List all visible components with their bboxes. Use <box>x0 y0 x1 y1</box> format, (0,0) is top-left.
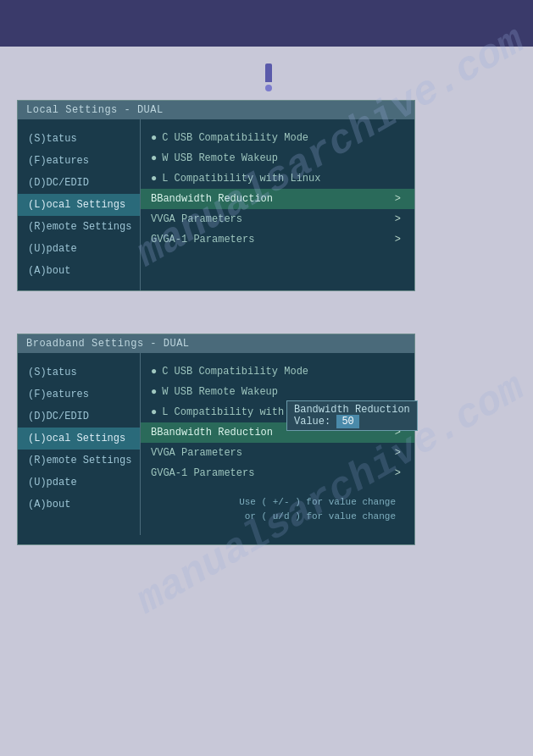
content-row-wakeup: ● W USB Remote Wakeup <box>151 148 404 168</box>
bullet-w: ● <box>151 152 157 164</box>
panel1-sidebar: (S)tatus (F)eatures (D)DC/EDID (L)ocal S… <box>18 119 141 290</box>
p2-sidebar-update[interactable]: (U)pdate <box>18 472 140 494</box>
sidebar-item-features[interactable]: (F)eatures <box>18 150 140 172</box>
tooltip-value-box: 50 <box>336 415 358 428</box>
bandwidth-prefix: B <box>151 193 157 205</box>
bullet-c: ● <box>151 132 157 144</box>
panel1-body: (S)tatus (F)eatures (D)DC/EDID (L)ocal S… <box>18 119 414 290</box>
tooltip-value-label: Value: <box>294 416 330 428</box>
content-row-bandwidth-highlight[interactable]: B Bandwidth Reduction > <box>141 189 414 209</box>
exclamation-icon <box>21 63 516 91</box>
p2-bullet-c: ● <box>151 366 157 378</box>
page-content: Local Settings - DUAL (S)tatus (F)eature… <box>0 47 533 588</box>
p2-vga1-prefix: G <box>151 467 157 479</box>
panel2-sidebar: (S)tatus (F)eatures (D)DC/EDID (L)ocal S… <box>18 353 141 535</box>
content-row-linux: ● L Compatibility with Linux <box>151 168 404 189</box>
content-row-vga[interactable]: V VGA Parameters > <box>151 209 404 229</box>
p2-sidebar-status[interactable]: (S)tatus <box>18 361 140 384</box>
excl-dot <box>265 85 272 91</box>
p2-vga-label: VGA Parameters <box>157 447 242 459</box>
panel1: Local Settings - DUAL (S)tatus (F)eature… <box>17 100 415 291</box>
sidebar-item-update[interactable]: (U)pdate <box>18 238 140 260</box>
p2-sidebar-remote[interactable]: (R)emote Settings <box>18 450 140 472</box>
p2-vga-arrow: > <box>395 447 401 459</box>
vga1-prefix: G <box>151 234 157 246</box>
bandwidth-tooltip: Bandwidth Reduction Value: 50 <box>286 400 418 431</box>
bullet-l: ● <box>151 173 157 185</box>
sidebar-item-about[interactable]: (A)bout <box>18 260 140 282</box>
p2-sidebar-about[interactable]: (A)bout <box>18 494 140 516</box>
p2-row-linux: ● L Compatibility with Linux Bandwidth R… <box>151 402 404 422</box>
p2-vga-prefix: V <box>151 447 157 459</box>
p2-row-vga[interactable]: V VGA Parameters > <box>151 443 404 463</box>
spacer1 <box>17 317 516 334</box>
vga-arrow: > <box>395 213 401 225</box>
panel1-title: Local Settings - DUAL <box>18 101 414 119</box>
panel2-body: (S)tatus (F)eatures (D)DC/EDID (L)ocal S… <box>18 353 414 535</box>
p2-sidebar-ddc[interactable]: (D)DC/EDID <box>18 406 140 428</box>
hint-text: Use ( +/- ) for value change or ( u/d ) … <box>151 490 404 527</box>
p2-vga1-label: VGA-1 Parameters <box>157 467 254 479</box>
panel1-content: ● C USB Compatibility Mode ● W USB Remot… <box>141 119 414 290</box>
sidebar-item-ddc[interactable]: (D)DC/EDID <box>18 172 140 194</box>
sidebar-item-local[interactable]: (L)ocal Settings <box>18 194 140 216</box>
bandwidth-arrow: > <box>395 193 401 205</box>
p2-bandwidth-prefix: B <box>151 427 157 439</box>
vga1-arrow: > <box>395 234 401 246</box>
p2-row-wakeup: ● W USB Remote Wakeup <box>151 382 404 402</box>
panel2: Broadband Settings - DUAL (S)tatus (F)ea… <box>17 334 415 545</box>
sidebar-item-remote[interactable]: (R)emote Settings <box>18 216 140 238</box>
p2-bullet-w: ● <box>151 386 157 398</box>
p2-bullet-l: ● <box>151 406 157 418</box>
content-row-usb: ● C USB Compatibility Mode <box>151 128 404 148</box>
p2-row-vga1[interactable]: G VGA-1 Parameters > <box>151 463 404 483</box>
panel2-title: Broadband Settings - DUAL <box>18 334 414 353</box>
panel2-content: ● C USB Compatibility Mode ● W USB Remot… <box>141 353 414 535</box>
bandwidth-label: Bandwidth Reduction <box>157 193 273 205</box>
p2-bandwidth-label: Bandwidth Reduction <box>157 427 273 439</box>
vga-prefix: V <box>151 213 157 225</box>
p2-bottom-section: Use ( +/- ) for value change or ( u/d ) … <box>151 490 404 527</box>
vga-label: VGA Parameters <box>157 213 242 225</box>
sidebar-item-status[interactable]: (S)tatus <box>18 128 140 150</box>
content-row-vga1[interactable]: G VGA-1 Parameters > <box>151 229 404 250</box>
vga1-label: VGA-1 Parameters <box>157 234 254 246</box>
p2-sidebar-local[interactable]: (L)ocal Settings <box>18 428 140 450</box>
p2-sidebar-features[interactable]: (F)eatures <box>18 384 140 406</box>
top-bar <box>0 0 533 47</box>
excl-bar <box>265 63 272 82</box>
p2-row-usb: ● C USB Compatibility Mode <box>151 361 404 382</box>
p2-vga1-arrow: > <box>395 467 401 479</box>
